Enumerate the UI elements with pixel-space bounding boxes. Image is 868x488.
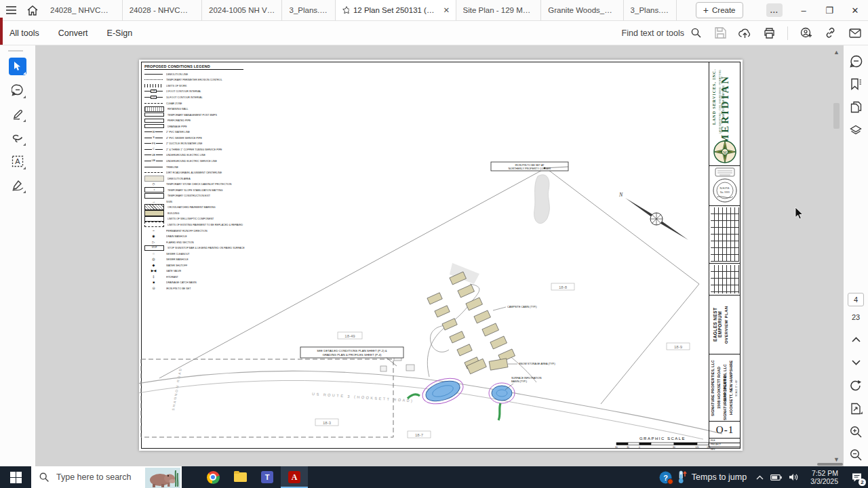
- tab-document-5-active[interactable]: 12 Plan Set 250131 (Redu... ✕: [336, 0, 456, 20]
- legend-row: RETAINING WALL: [144, 106, 258, 112]
- legend-row: CROSS-HATCHED PAVEMENT MARKING: [144, 205, 258, 211]
- legend-row: ‡ HYDRANT: [144, 274, 258, 280]
- title-block: MERIDIAN LAND SERVICES, INC. LAND SURVEY…: [709, 62, 741, 447]
- add-text-tool-button[interactable]: A: [9, 152, 26, 170]
- rotate-page-button[interactable]: [849, 379, 863, 392]
- tab-document-4[interactable]: 3_Plans.pdf: [282, 0, 335, 20]
- close-button[interactable]: ✕: [842, 0, 868, 20]
- engineer-stamp: N.H.P.E. No. 9999: [711, 177, 738, 204]
- tab-document-3[interactable]: 2024-1005 NH VC...: [202, 0, 283, 20]
- legend-symbol: [144, 170, 163, 175]
- minimize-button[interactable]: –: [791, 0, 816, 20]
- legend-symbol: [144, 101, 163, 106]
- layers-panel-button[interactable]: [849, 123, 863, 137]
- legend-row: UE UNDERGROUND ELECTRIC SERVICE LINE: [144, 158, 258, 164]
- zoom-in-button[interactable]: [849, 425, 863, 439]
- next-page-button[interactable]: [849, 356, 863, 369]
- vertical-scrollbar[interactable]: ▲ ▼: [832, 45, 841, 466]
- app-menu-button[interactable]: [0, 0, 22, 20]
- home-button[interactable]: [22, 0, 43, 20]
- compass-logo: M: [713, 140, 737, 164]
- legend-symbol: ~: [144, 228, 163, 233]
- tab-document-1[interactable]: 24028_ NHVCW -...: [43, 0, 123, 20]
- previous-page-button[interactable]: [849, 333, 863, 346]
- legend-row: ◇ TEMPORARY STONE CHECK DAM/INLET PROTEC…: [144, 181, 258, 187]
- lasso-tool-button[interactable]: [9, 129, 26, 146]
- taskbar-chrome-button[interactable]: [199, 466, 226, 488]
- tray-chevron-icon[interactable]: [756, 475, 764, 480]
- svg-text:0: 0: [639, 446, 640, 449]
- legend-row: CLEAR ZONE: [144, 100, 258, 106]
- legend-symbol: ■: [144, 280, 163, 285]
- scrollbar-thumb[interactable]: [833, 103, 840, 129]
- taskbar-clock[interactable]: 7:52 PM 3/3/2025: [810, 469, 838, 485]
- weather-widget[interactable]: Temps to jump: [677, 470, 747, 484]
- document-canvas[interactable]: PROPOSED CONDITIONS LEGEND DEMOLITION LI…: [35, 45, 833, 466]
- restore-button[interactable]: ❐: [816, 0, 842, 20]
- revision-table: [709, 206, 741, 264]
- legend-symbol: [144, 216, 164, 222]
- star-icon[interactable]: [342, 6, 349, 14]
- current-page-input[interactable]: 4: [848, 293, 864, 306]
- action-center-button[interactable]: 2: [845, 466, 868, 488]
- horizontal-scrollbar-thumb[interactable]: [817, 463, 843, 466]
- tab-document-2[interactable]: 24028 - NHVCW -...: [123, 0, 202, 20]
- select-tool-button[interactable]: [9, 58, 26, 75]
- draw-tool-button[interactable]: [9, 105, 26, 123]
- zoom-out-button[interactable]: [849, 448, 863, 462]
- esign-menu[interactable]: E-Sign: [107, 28, 133, 38]
- legend-symbol: ▷: [144, 240, 163, 245]
- help-tray-button[interactable]: ?: [654, 466, 677, 488]
- legend-row: ◎ SEWER MANHOLE: [144, 257, 258, 263]
- legend-symbol: [144, 165, 163, 169]
- comment-tool-button[interactable]: [9, 81, 26, 99]
- close-tab-icon[interactable]: ✕: [443, 5, 448, 15]
- legend-symbol: 110: [144, 95, 163, 100]
- find-text-or-tools[interactable]: Find text or tools: [622, 26, 703, 39]
- request-signatures-button[interactable]: [800, 26, 812, 39]
- search-highlight-hippo-image[interactable]: [145, 468, 180, 488]
- tab-document-7[interactable]: Granite Woods_Su...: [541, 0, 623, 20]
- file-explorer-icon: [234, 472, 247, 482]
- svg-text:N.H.P.E.: N.H.P.E.: [719, 186, 730, 190]
- date-label: 3/3/2025: [810, 477, 838, 485]
- taskbar-acrobat-button[interactable]: A: [281, 466, 308, 488]
- legend-symbol: [144, 77, 163, 82]
- tab-document-6[interactable]: Site Plan - 129 Merr...: [456, 0, 542, 20]
- start-button[interactable]: [0, 466, 31, 488]
- save-button[interactable]: [714, 26, 727, 39]
- battery-icon[interactable]: [770, 474, 782, 481]
- svg-text:18-7: 18-7: [415, 433, 424, 437]
- email-button[interactable]: [848, 26, 861, 39]
- search-icon: [39, 472, 49, 482]
- comment-bubble-icon: [12, 84, 24, 96]
- fit-page-button[interactable]: [849, 402, 863, 415]
- legend-row: PERFORATED PIPE: [144, 117, 258, 123]
- right-tool-rail: 4 23: [844, 45, 868, 466]
- more-options-button[interactable]: ...: [766, 3, 783, 17]
- tab-document-8[interactable]: 3_Plans.pdf: [624, 0, 677, 20]
- all-tools-menu[interactable]: All tools: [9, 28, 39, 38]
- pdf-page[interactable]: PROPOSED CONDITIONS LEGEND DEMOLITION LI…: [139, 60, 743, 451]
- legend-row: ⊙ IRON PIN TO BE SET: [144, 285, 258, 291]
- scroll-up-arrow[interactable]: ▲: [832, 47, 841, 56]
- volume-icon[interactable]: [789, 473, 798, 481]
- share-link-button[interactable]: [824, 26, 837, 39]
- cloud-upload-button[interactable]: [738, 26, 751, 39]
- comments-panel-button[interactable]: [849, 54, 863, 68]
- taskbar-teams-button[interactable]: T: [254, 466, 281, 488]
- svg-text:BASIN (TYP.): BASIN (TYP.): [511, 380, 528, 383]
- legend-symbol: [144, 210, 164, 216]
- bookmarks-panel-button[interactable]: [849, 77, 863, 91]
- page-thumbnails-button[interactable]: [849, 100, 863, 114]
- cursor-arrow-icon: [14, 62, 22, 71]
- print-button[interactable]: [763, 26, 776, 39]
- create-button[interactable]: + Create: [696, 2, 743, 18]
- fill-sign-tool-button[interactable]: [9, 176, 26, 194]
- convert-menu[interactable]: Convert: [58, 28, 88, 38]
- taskbar-file-explorer-button[interactable]: [226, 466, 254, 488]
- taskbar-search-box[interactable]: [31, 466, 182, 488]
- legend-row: TEMPORARY CONSTRUCTION EXIT: [144, 192, 258, 199]
- legend-row: 110 10-FOOT CONTOUR INTERVAL: [144, 94, 258, 100]
- search-input[interactable]: [55, 472, 153, 483]
